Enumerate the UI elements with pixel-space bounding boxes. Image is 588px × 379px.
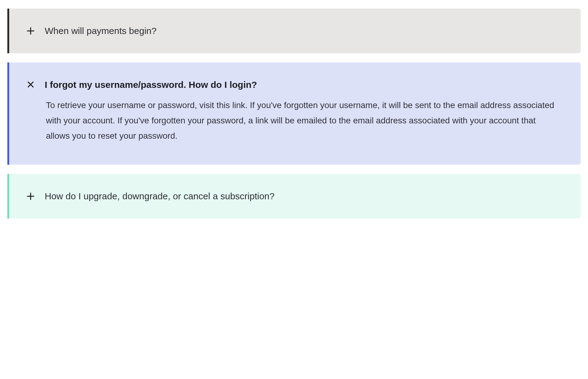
accordion-title: How do I upgrade, downgrade, or cancel a…	[45, 190, 274, 202]
accordion-header: How do I upgrade, downgrade, or cancel a…	[9, 174, 581, 219]
faq-accordion: When will payments begin? I forgot my us…	[7, 9, 581, 219]
accordion-title: When will payments begin?	[45, 25, 156, 37]
accordion-header: I forgot my username/password. How do I …	[9, 62, 581, 98]
close-icon	[26, 80, 35, 89]
plus-icon	[26, 27, 35, 35]
accordion-header: When will payments begin?	[9, 9, 581, 53]
accordion-item-payments[interactable]: When will payments begin?	[7, 9, 581, 53]
accordion-item-subscription[interactable]: How do I upgrade, downgrade, or cancel a…	[7, 174, 581, 219]
plus-icon	[26, 192, 35, 201]
accordion-item-forgot-login[interactable]: I forgot my username/password. How do I …	[7, 62, 581, 165]
accordion-title: I forgot my username/password. How do I …	[45, 79, 257, 91]
accordion-body: To retrieve your username or password, v…	[9, 98, 581, 165]
